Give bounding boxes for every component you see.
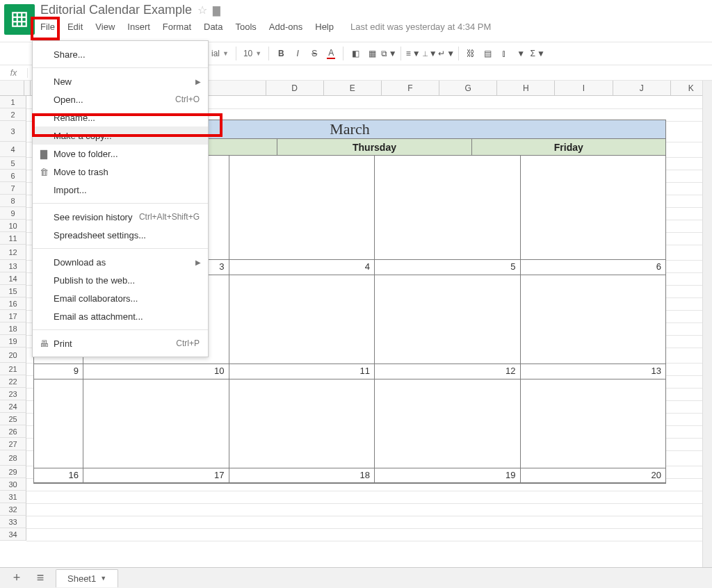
borders-button[interactable]: ▦ bbox=[364, 46, 380, 61]
chart-button[interactable]: ⫿ bbox=[496, 46, 512, 61]
col-header[interactable]: J bbox=[613, 81, 671, 95]
row-header[interactable]: 23 bbox=[0, 388, 26, 400]
calendar-day-cell[interactable] bbox=[375, 379, 521, 468]
col-header[interactable]: F bbox=[382, 81, 439, 95]
row-header[interactable]: 26 bbox=[0, 425, 26, 438]
row-header[interactable]: 21 bbox=[0, 363, 26, 375]
calendar-day-cell[interactable] bbox=[229, 275, 375, 364]
row-header[interactable]: 6 bbox=[0, 170, 26, 182]
folder-icon[interactable]: ▇ bbox=[213, 5, 220, 16]
menu-addons[interactable]: Add-ons bbox=[269, 22, 302, 32]
menu-email-collaborators[interactable]: Email collaborators... bbox=[33, 289, 208, 307]
menu-tools[interactable]: Tools bbox=[235, 22, 256, 32]
calendar-day-cell[interactable] bbox=[521, 156, 667, 260]
calendar-day-cell[interactable] bbox=[83, 379, 229, 468]
row-header[interactable]: 14 bbox=[0, 272, 26, 285]
row-header[interactable]: 19 bbox=[0, 335, 26, 348]
menu-data[interactable]: Data bbox=[204, 22, 222, 32]
menu-move-to-trash[interactable]: 🗑Move to trash bbox=[33, 163, 208, 181]
row-header[interactable]: 28 bbox=[0, 450, 26, 466]
row-header[interactable]: 20 bbox=[0, 348, 26, 363]
row-header[interactable]: 2 bbox=[0, 108, 26, 121]
comment-button[interactable]: ▤ bbox=[480, 46, 495, 61]
h-align-button[interactable]: ≡▼ bbox=[405, 46, 421, 61]
menu-insert[interactable]: Insert bbox=[127, 22, 150, 32]
strikethrough-button[interactable]: S bbox=[307, 46, 322, 61]
menu-rename[interactable]: Rename... bbox=[33, 108, 208, 126]
wrap-button[interactable]: ↵▼ bbox=[439, 46, 454, 61]
menu-publish-web[interactable]: Publish to the web... bbox=[33, 271, 208, 289]
row-header[interactable]: 5 bbox=[0, 157, 26, 170]
row-header[interactable]: 32 bbox=[0, 503, 26, 516]
row-header[interactable]: 18 bbox=[0, 322, 26, 335]
row-header[interactable]: 15 bbox=[0, 285, 26, 297]
sheets-app-icon[interactable] bbox=[4, 4, 35, 35]
menu-print[interactable]: 🖶PrintCtrl+P bbox=[33, 334, 208, 352]
row-header[interactable]: 16 bbox=[0, 297, 26, 310]
merge-button[interactable]: ⧉▼ bbox=[381, 46, 396, 61]
menu-revision-history[interactable]: See revision historyCtrl+Alt+Shift+G bbox=[33, 208, 208, 226]
vertical-scrollbar[interactable] bbox=[702, 81, 712, 567]
calendar-day-cell[interactable] bbox=[375, 156, 521, 260]
row-header[interactable]: 17 bbox=[0, 310, 26, 322]
calendar-day-cell[interactable] bbox=[229, 156, 375, 260]
menu-spreadsheet-settings[interactable]: Spreadsheet settings... bbox=[33, 226, 208, 244]
row-header[interactable]: 9 bbox=[0, 207, 26, 220]
menu-format[interactable]: Format bbox=[163, 22, 191, 32]
menu-file[interactable]: File bbox=[40, 22, 55, 32]
menu-share[interactable]: Share... bbox=[33, 45, 208, 63]
menu-import[interactable]: Import... bbox=[33, 181, 208, 199]
menu-view[interactable]: View bbox=[95, 22, 115, 32]
col-header[interactable]: H bbox=[497, 81, 555, 95]
row-header[interactable]: 12 bbox=[0, 245, 26, 260]
menu-make-a-copy[interactable]: Make a copy... bbox=[33, 126, 208, 145]
filter-button[interactable]: ▼ bbox=[513, 46, 528, 61]
row-header[interactable]: 24 bbox=[0, 400, 26, 413]
calendar-day-cell[interactable] bbox=[229, 379, 375, 468]
col-header[interactable]: E bbox=[324, 81, 382, 95]
menu-email-attachment[interactable]: Email as attachment... bbox=[33, 307, 208, 325]
last-edit-text[interactable]: Last edit was yesterday at 4:34 PM bbox=[350, 22, 491, 32]
row-header[interactable]: 30 bbox=[0, 478, 26, 491]
bold-button[interactable]: B bbox=[273, 46, 289, 61]
add-sheet-button[interactable]: + bbox=[8, 570, 25, 587]
menu-edit[interactable]: Edit bbox=[67, 22, 83, 32]
col-header[interactable]: G bbox=[439, 81, 497, 95]
font-size-select[interactable]: 10▼ bbox=[241, 49, 264, 58]
row-header[interactable]: 10 bbox=[0, 220, 26, 232]
col-header[interactable] bbox=[24, 81, 31, 95]
calendar-day-cell[interactable] bbox=[521, 275, 667, 364]
italic-button[interactable]: I bbox=[290, 46, 305, 61]
row-header[interactable]: 3 bbox=[0, 121, 26, 142]
col-header[interactable]: I bbox=[555, 81, 613, 95]
row-header[interactable]: 1 bbox=[0, 96, 26, 108]
row-header[interactable]: 29 bbox=[0, 466, 26, 478]
row-header[interactable]: 7 bbox=[0, 182, 26, 195]
document-title[interactable]: Editorial Calendar Example bbox=[40, 3, 192, 17]
v-align-button[interactable]: ⟂▼ bbox=[422, 46, 437, 61]
row-header[interactable]: 4 bbox=[0, 142, 26, 157]
row-header[interactable]: 33 bbox=[0, 516, 26, 528]
menu-help[interactable]: Help bbox=[315, 22, 334, 32]
sheet-tab[interactable]: Sheet1 ▼ bbox=[56, 569, 118, 587]
star-icon[interactable]: ☆ bbox=[197, 3, 207, 17]
calendar-day-cell[interactable] bbox=[521, 379, 667, 468]
row-header[interactable]: 11 bbox=[0, 232, 26, 245]
menu-download-as[interactable]: Download as▶ bbox=[33, 253, 208, 271]
row-header[interactable]: 27 bbox=[0, 438, 26, 450]
row-header[interactable]: 34 bbox=[0, 528, 26, 541]
font-family-select[interactable]: ial▼ bbox=[209, 49, 232, 58]
fill-color-button[interactable]: ◧ bbox=[348, 46, 363, 61]
all-sheets-button[interactable]: ≡ bbox=[32, 570, 49, 587]
menu-open[interactable]: Open...Ctrl+O bbox=[33, 90, 208, 108]
text-color-button[interactable]: A bbox=[323, 46, 339, 61]
menu-move-to-folder[interactable]: ▇Move to folder... bbox=[33, 145, 208, 163]
functions-button[interactable]: Σ▼ bbox=[530, 46, 545, 61]
menu-new[interactable]: New▶ bbox=[33, 72, 208, 90]
row-header[interactable]: 22 bbox=[0, 375, 26, 388]
row-header[interactable]: 13 bbox=[0, 260, 26, 272]
col-header[interactable]: D bbox=[266, 81, 324, 95]
link-button[interactable]: ⛓ bbox=[463, 46, 478, 61]
row-header[interactable]: 25 bbox=[0, 413, 26, 425]
calendar-day-cell[interactable] bbox=[33, 379, 83, 468]
